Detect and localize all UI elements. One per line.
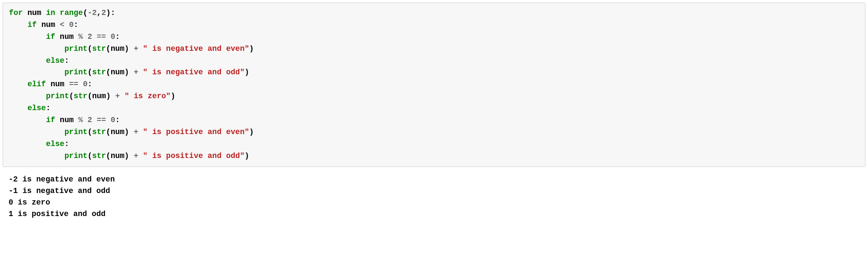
punctuation: ( (88, 128, 92, 136)
keyword-if: if (46, 116, 55, 124)
keyword-for: for (9, 9, 23, 17)
punctuation: : (74, 20, 78, 29)
builtin-str: str (92, 44, 106, 53)
number: 0 (69, 20, 74, 29)
number: 2 (101, 9, 106, 17)
operator-eq: == (97, 116, 106, 124)
builtin-print: print (65, 68, 88, 76)
number: 0 (111, 116, 115, 124)
identifier-num: num (111, 44, 124, 53)
punctuation: ( (69, 92, 74, 100)
punctuation: ) (245, 152, 249, 160)
punctuation: ) (245, 68, 249, 76)
builtin-range: range (60, 9, 83, 17)
identifier-num: num (41, 20, 55, 29)
punctuation: ( (83, 9, 88, 17)
operator-mod: % (78, 32, 83, 41)
string-literal: " is zero" (124, 92, 171, 100)
punctuation: ) (171, 92, 175, 100)
punctuation: ) (124, 128, 129, 136)
builtin-str: str (92, 152, 106, 160)
string-literal: " is negative and even" (143, 44, 249, 53)
punctuation: : (65, 140, 69, 148)
operator-neg: - (88, 9, 92, 17)
punctuation: ) (124, 44, 129, 53)
keyword-else: else (46, 140, 64, 148)
number: 0 (83, 80, 88, 88)
builtin-str: str (92, 68, 106, 76)
output-line: 1 is positive and odd (9, 210, 106, 218)
operator-plus: + (134, 68, 139, 76)
number: 2 (88, 116, 92, 124)
output-line: -2 is negative and even (9, 175, 115, 184)
builtin-print: print (65, 128, 88, 136)
builtin-str: str (92, 128, 106, 136)
keyword-else: else (27, 104, 46, 112)
keyword-in: in (46, 9, 55, 17)
punctuation: ( (88, 68, 92, 76)
punctuation: ) (249, 128, 254, 136)
operator-lt: < (60, 20, 65, 29)
punctuation: ( (88, 152, 92, 160)
operator-plus: + (134, 128, 139, 136)
punctuation: , (97, 9, 101, 17)
punctuation: : (111, 9, 115, 17)
punctuation: ) (124, 68, 129, 76)
punctuation: : (115, 32, 120, 41)
operator-mod: % (78, 116, 83, 124)
code-output-cell: -2 is negative and even -1 is negative a… (3, 170, 865, 224)
keyword-elif: elif (27, 80, 46, 88)
keyword-if: if (46, 32, 55, 41)
identifier-num: num (60, 116, 74, 124)
identifier-num: num (111, 68, 124, 76)
punctuation: ( (88, 44, 92, 53)
identifier-num: num (111, 152, 124, 160)
keyword-else: else (46, 56, 64, 65)
number: 2 (92, 9, 97, 17)
builtin-str: str (74, 92, 87, 100)
keyword-if: if (27, 20, 37, 29)
builtin-print: print (65, 44, 88, 53)
punctuation: ) (249, 44, 254, 53)
operator-plus: + (134, 44, 139, 53)
operator-eq: == (69, 80, 78, 88)
punctuation: : (65, 56, 69, 65)
punctuation: ( (88, 92, 92, 100)
string-literal: " is negative and odd" (143, 68, 245, 76)
number: 0 (111, 32, 115, 41)
output-line: -1 is negative and odd (9, 187, 110, 195)
punctuation: ) (106, 9, 111, 17)
punctuation: : (88, 80, 92, 88)
identifier-num: num (111, 128, 124, 136)
punctuation: ( (106, 68, 111, 76)
string-literal: " is positive and odd" (143, 152, 245, 160)
punctuation: ( (106, 44, 111, 53)
punctuation: : (46, 104, 50, 112)
identifier-num: num (92, 92, 106, 100)
punctuation: : (115, 116, 120, 124)
code-input-cell[interactable]: for num in range(-2,2): if num < 0: if n… (3, 3, 865, 167)
operator-plus: + (115, 92, 120, 100)
punctuation: ) (106, 92, 111, 100)
identifier-num: num (60, 32, 74, 41)
identifier-num: num (50, 80, 64, 88)
builtin-print: print (65, 152, 88, 160)
builtin-print: print (46, 92, 69, 100)
punctuation: ) (124, 152, 129, 160)
identifier-num: num (27, 9, 41, 17)
operator-eq: == (97, 32, 106, 41)
string-literal: " is positive and even" (143, 128, 249, 136)
output-line: 0 is zero (9, 198, 50, 207)
number: 2 (88, 32, 92, 41)
punctuation: ( (106, 152, 111, 160)
punctuation: ( (106, 128, 111, 136)
operator-plus: + (134, 152, 139, 160)
